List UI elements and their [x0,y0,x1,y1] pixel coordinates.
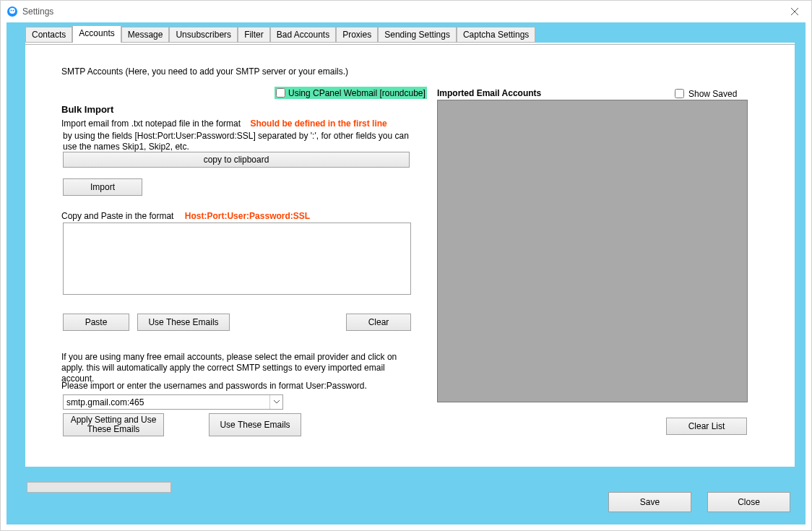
bulk-import-heading: Bulk Import [61,104,113,115]
tab-contacts[interactable]: Contacts [25,27,72,43]
titlebar-left: Settings [7,6,53,17]
smtp-provider-combobox[interactable]: smtp.gmail.com:465 [63,394,283,410]
tabstrip: Contacts Accounts Message Unsubscribers … [25,27,535,43]
show-saved-checkbox[interactable] [675,89,684,98]
svg-point-3 [13,10,14,12]
smtp-provider-selected: smtp.gmail.com:465 [66,397,144,407]
cpanel-webmail-label: Using CPanel Webmail [roundcube] [288,88,426,98]
close-icon [791,8,798,15]
tab-proxies[interactable]: Proxies [336,27,378,43]
imported-accounts-listbox[interactable] [437,100,748,402]
show-saved-checkbox-wrap[interactable]: Show Saved [672,87,737,100]
paste-format-line: Copy and Paste in the format Host:Port:U… [61,211,310,221]
import-format-text: Import email from .txt notepad file in t… [61,118,241,129]
app-icon [7,6,18,17]
show-saved-label: Show Saved [688,89,737,99]
tab-bad-accounts[interactable]: Bad Accounts [270,27,336,43]
clear-button[interactable]: Clear [346,314,411,331]
import-button[interactable]: Import [63,178,142,196]
main-panel: Contacts Accounts Message Unsubscribers … [25,43,795,467]
close-button[interactable]: Close [707,492,790,512]
chevron-down-icon [269,395,282,409]
tab-filter[interactable]: Filter [238,27,270,43]
imported-accounts-heading: Imported Email Accounts [437,88,541,98]
save-button[interactable]: Save [608,492,691,512]
copy-to-clipboard-button[interactable]: copy to clipboard [63,152,410,168]
cpanel-webmail-checkbox-wrap[interactable]: Using CPanel Webmail [roundcube] [275,87,427,99]
svg-point-1 [9,8,15,14]
settings-window: Settings Contacts Accounts Message Unsub… [0,0,812,531]
client-area: Contacts Accounts Message Unsubscribers … [7,22,805,524]
progress-bar [27,482,171,493]
clear-list-button[interactable]: Clear List [666,418,747,435]
userpass-format-note: Please import or enter the usernames and… [61,381,367,391]
paste-button[interactable]: Paste [63,314,129,331]
use-these-emails-button-2[interactable]: Use These Emails [209,413,301,436]
titlebar: Settings [1,1,811,22]
window-title: Settings [22,7,53,17]
fields-note: by using the fields [Host:Port:User:Pass… [63,131,410,152]
many-accounts-note: If you are using many free email account… [61,352,415,384]
import-format-line: Import email from .txt notepad file in t… [61,118,387,129]
tab-captcha-settings[interactable]: Captcha Settings [457,27,535,43]
cpanel-webmail-checkbox[interactable] [276,88,285,98]
paste-textarea[interactable] [63,223,411,295]
import-format-warning: Should be defined in the first line [250,118,386,129]
apply-setting-button[interactable]: Apply Setting and Use These Emails [63,413,164,436]
tab-sending-settings[interactable]: Sending Settings [378,27,457,43]
paste-format-spec: Host:Port:User:Password:SSL [185,211,310,221]
svg-point-2 [11,10,12,12]
window-close-button[interactable] [778,1,811,22]
tab-message[interactable]: Message [121,27,170,43]
smtp-accounts-note: SMTP Accounts (Here, you need to add you… [61,66,348,77]
tab-content: SMTP Accounts (Here, you need to add you… [25,44,795,467]
paste-format-text: Copy and Paste in the format [61,211,173,221]
tab-unsubscribers[interactable]: Unsubscribers [169,27,238,43]
use-these-emails-button-1[interactable]: Use These Emails [137,314,230,331]
tab-accounts[interactable]: Accounts [72,25,121,43]
